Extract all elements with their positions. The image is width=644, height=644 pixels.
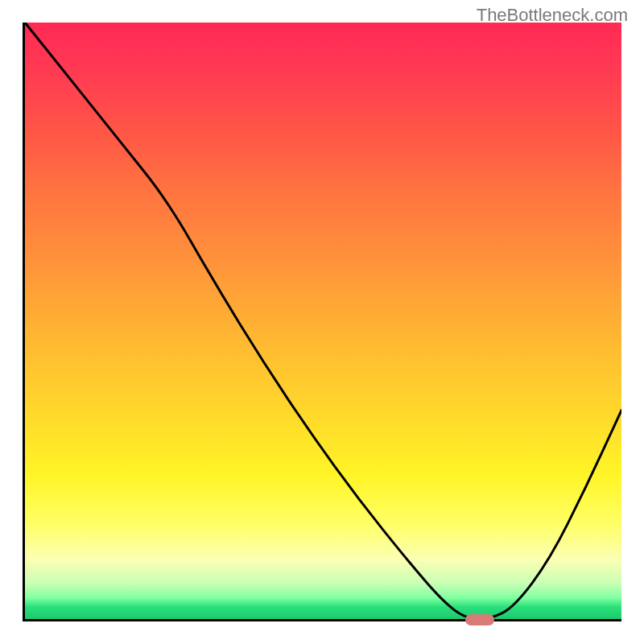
chart-curve-svg <box>25 23 621 619</box>
watermark-text: TheBottleneck.com <box>477 5 628 26</box>
chart-plot-area <box>23 23 621 621</box>
bottleneck-curve-line <box>25 23 621 619</box>
optimal-marker <box>465 614 494 625</box>
